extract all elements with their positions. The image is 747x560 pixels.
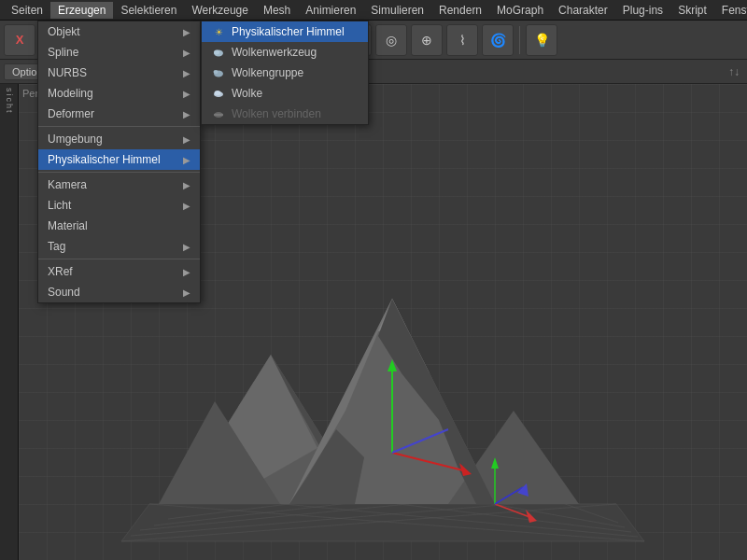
toolbar-curve-btn[interactable]: ⌇ [446, 24, 478, 56]
menu-fenster[interactable]: Fenster [714, 2, 747, 19]
menu-entry-licht[interactable]: Licht ▶ [38, 195, 200, 216]
menu-mesh[interactable]: Mesh [256, 2, 298, 19]
submenu-wolke[interactable]: Wolke [202, 83, 368, 104]
cloud-group-icon [211, 66, 226, 79]
menu-entry-modeling[interactable]: Modeling ▶ [38, 83, 200, 104]
left-panel: sicht [0, 84, 19, 560]
svg-marker-0 [121, 504, 644, 541]
menu-sep1 [38, 126, 200, 127]
submenu-physhimmel[interactable]: ☀ Physikalischer Himmel [202, 21, 368, 42]
erzeugen-dropdown: Objekt ▶ Spline ▶ NURBS ▶ Modeling ▶ Def… [37, 21, 201, 303]
view-label: sicht [5, 88, 14, 115]
submenu-wolken-verbinden: Wolken verbinden [202, 104, 368, 124]
toolbar-x-btn[interactable]: X [4, 24, 35, 56]
toolbar-capsule-btn[interactable]: ⊕ [411, 24, 443, 56]
menu-mograph[interactable]: MoGraph [489, 2, 551, 19]
menu-selektieren[interactable]: Selektieren [113, 2, 184, 19]
menu-rendern[interactable]: Rendern [431, 2, 489, 19]
menu-entry-xref[interactable]: XRef ▶ [38, 261, 200, 282]
menu-entry-spline[interactable]: Spline ▶ [38, 42, 200, 63]
physhimmel-submenu: ☀ Physikalischer Himmel Wolkenwerkzeug W… [201, 21, 369, 125]
menu-skript[interactable]: Skript [670, 2, 714, 19]
menu-werkzeuge[interactable]: Werkzeuge [184, 2, 255, 19]
menu-simulieren[interactable]: Simulieren [363, 2, 431, 19]
menu-entry-kamera[interactable]: Kamera ▶ [38, 175, 200, 195]
menu-entry-material[interactable]: Material [38, 216, 200, 236]
sun-icon: ☀ [211, 25, 226, 38]
menu-bar: Seiten Erzeugen Selektieren Werkzeuge Me… [0, 0, 747, 21]
menu-sep3 [38, 259, 200, 259]
menu-entry-tag[interactable]: Tag ▶ [38, 236, 200, 257]
menu-erzeugen[interactable]: Erzeugen [50, 2, 113, 19]
menu-entry-nurbs[interactable]: NURBS ▶ [38, 63, 200, 83]
menu-animieren[interactable]: Animieren [298, 2, 363, 19]
submenu-wolkenwerkzeug[interactable]: Wolkenwerkzeug [202, 42, 368, 63]
menu-entry-umgebung[interactable]: Umgebung ▶ [38, 129, 200, 149]
svg-point-39 [215, 91, 221, 95]
menu-seiten[interactable]: Seiten [4, 2, 50, 19]
cloud-tool-icon [211, 46, 226, 59]
menu-entry-objekt[interactable]: Objekt ▶ [38, 21, 200, 42]
cloud-icon [211, 87, 226, 100]
menu-entry-sound[interactable]: Sound ▶ [38, 282, 200, 302]
cloud-connect-icon [211, 107, 226, 120]
menu-charakter[interactable]: Charakter [551, 2, 615, 19]
submenu-wolkengruppe[interactable]: Wolkengruppe [202, 63, 368, 83]
nav-icons: ↑↓ [728, 65, 740, 78]
toolbar-sep3 [519, 26, 520, 54]
menu-entry-physhimmel[interactable]: Physikalischer Himmel ▶ [38, 149, 200, 170]
menu-plugins[interactable]: Plug-ins [615, 2, 670, 19]
toolbar-light-btn[interactable]: 💡 [526, 24, 557, 56]
svg-point-37 [214, 70, 218, 74]
svg-point-35 [214, 50, 219, 55]
menu-sep2 [38, 172, 200, 173]
menu-entry-deformer[interactable]: Deformer ▶ [38, 104, 200, 124]
toolbar-spiral-btn[interactable]: 🌀 [482, 24, 514, 56]
toolbar-torus-btn[interactable]: ◎ [375, 24, 407, 56]
